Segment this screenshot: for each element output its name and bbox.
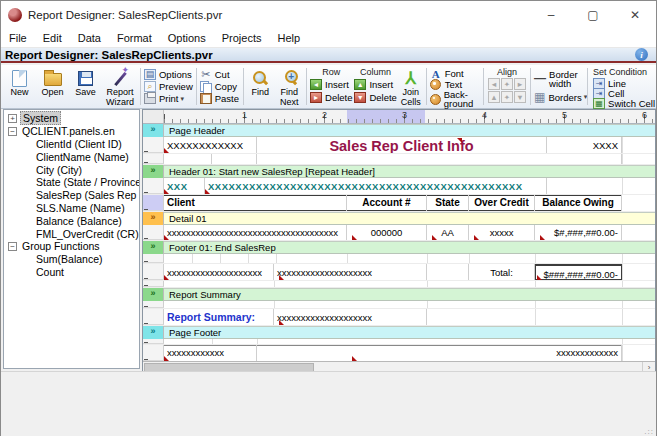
cell-page-header-right[interactable]: XXXX (547, 137, 622, 153)
menu-projects[interactable]: Projects (214, 32, 270, 44)
band-collapse-chevron[interactable]: » (143, 212, 164, 225)
cell-report-summary-label[interactable]: Report Summary: (164, 309, 274, 325)
align-top-icon[interactable]: ▲ (488, 91, 500, 103)
tree-item-system[interactable]: +System (4, 112, 139, 125)
tree-item-sum-balance[interactable]: Sum(Balance) (4, 253, 139, 266)
align-middle-icon[interactable]: ✦ (501, 91, 513, 103)
row-delete-icon: ▸ (310, 92, 322, 103)
tree-item-clientid[interactable]: ClientId (Client ID) (4, 138, 139, 151)
cell-footer-left[interactable]: xxxxxxxxxxxxxxxxxxxx (164, 264, 274, 280)
paste-button[interactable]: Paste (200, 93, 240, 105)
cell-col-balance-owing[interactable]: Balance Owing (535, 195, 622, 211)
tree-item-qclient[interactable]: −QCLIENT.panels.en (4, 125, 139, 138)
condition-marker (474, 235, 479, 240)
new-button[interactable]: New (3, 66, 36, 98)
cell-detail-name[interactable]: xxxxxxxxxxxxxxxxxxxxxxxxxxxxxxxxxxxx (164, 225, 347, 240)
cell-page-footer-right[interactable]: xxxxxxxxxxxxx (535, 345, 622, 361)
band-collapse-chevron[interactable]: » (143, 326, 164, 339)
cell-report-title[interactable]: Sales Rep Client Info (257, 137, 547, 153)
borders-button[interactable]: ▦Borders▾ (534, 91, 584, 104)
tree-item-salesrep[interactable]: SalesRep (Sales Rep Id) (4, 189, 139, 202)
print-button[interactable]: Print▾ (144, 93, 193, 105)
menu-edit[interactable]: Edit (35, 32, 70, 44)
title-bar: Report Designer: SalesRepClients.pvr – ▢… (1, 1, 656, 29)
tree-item-clientname[interactable]: ClientName (Name) (4, 150, 139, 163)
info-icon[interactable]: i (635, 48, 648, 61)
report-wizard-button[interactable]: Report Wizard (102, 66, 138, 107)
expander-minus-icon[interactable]: − (8, 127, 17, 136)
font-button[interactable]: AFont (430, 68, 480, 79)
cell-col-client[interactable]: Client (164, 195, 347, 211)
expander-plus-icon[interactable]: + (8, 114, 17, 123)
band-collapse-chevron[interactable]: » (143, 165, 164, 178)
find-next-button[interactable]: Find Next (274, 66, 304, 107)
cell-group-total[interactable]: $###,###,##0.00- (535, 264, 622, 280)
row-delete-button[interactable]: ▸Delete (310, 91, 352, 104)
find-next-magnifier-icon (281, 70, 297, 86)
menu-options[interactable]: Options (160, 32, 214, 44)
align-center-icon[interactable]: ✦ (501, 78, 513, 90)
condition-cell-button[interactable]: ⇥Cell (593, 88, 655, 98)
align-bottom-icon[interactable]: ▼ (514, 91, 526, 103)
band-report-summary[interactable]: » Report Summary (143, 288, 655, 301)
cell-salesrep-id[interactable]: XXX (164, 178, 205, 194)
options-button[interactable]: ▤Options (144, 68, 193, 80)
cell-detail-balance[interactable]: $#,###,##0.00- (535, 225, 622, 240)
band-collapse-chevron[interactable]: » (143, 241, 164, 254)
background-color-button[interactable]: Back-ground (430, 90, 482, 108)
column-insert-button[interactable]: ▴Insert (354, 78, 396, 91)
tree-item-count[interactable]: Count (4, 266, 139, 279)
menu-data[interactable]: Data (70, 32, 109, 44)
tree-item-city[interactable]: City (City) (4, 163, 139, 176)
preview-button[interactable]: ⌕Preview (144, 80, 193, 92)
tree-item-state[interactable]: State (State / Province) (4, 176, 139, 189)
band-detail01[interactable]: » Detail 01 (143, 212, 655, 225)
band-collapse-chevron[interactable]: » (143, 124, 164, 137)
cell-report-summary-value[interactable]: xxxxxxxxxxxxxxxxxxxx (274, 309, 427, 325)
expander-minus-icon[interactable]: − (8, 242, 17, 251)
tree-item-slsname[interactable]: SLS.Name (Name) (4, 202, 139, 215)
menu-format[interactable]: Format (109, 32, 160, 44)
find-button[interactable]: Find (246, 66, 274, 98)
cell-page-header-left[interactable]: XXXXXXXXXXXX (164, 137, 257, 153)
row-insert-button[interactable]: ◂Insert (310, 78, 352, 91)
copy-button[interactable]: Copy (200, 80, 240, 92)
menu-file[interactable]: File (1, 32, 35, 44)
cell-col-state[interactable]: State (427, 195, 469, 211)
maximize-button[interactable]: ▢ (572, 1, 614, 29)
cut-button[interactable]: ✂Cut (200, 68, 240, 80)
border-width-button[interactable]: —Border width (534, 70, 584, 88)
column-delete-button[interactable]: ▾Delete (354, 91, 396, 104)
condition-line-button[interactable]: ⇥Line (593, 78, 655, 88)
column-group-label: Column (360, 67, 391, 77)
band-header01[interactable]: » Header 01: Start new SalesRep [Repeat … (143, 165, 655, 178)
band-page-header[interactable]: » Page Header (143, 124, 655, 137)
tree-item-fml-overcredit[interactable]: FML_OverCredit (CR) (4, 227, 139, 240)
switch-cell-button[interactable]: ▦Switch Cell (593, 98, 655, 108)
align-left-icon[interactable]: ◄ (488, 78, 500, 90)
cell-total-label[interactable]: Total: (469, 264, 535, 280)
designer-canvas: 1 2 3 4 5 6 » Page Header XXXXXXXXXXXX S… (142, 109, 656, 371)
open-button[interactable]: Open (36, 66, 69, 98)
close-button[interactable]: ✕ (614, 1, 656, 29)
align-right-icon[interactable]: ► (514, 78, 526, 90)
ruler-corner (143, 110, 164, 123)
resize-grip[interactable]: .:: (644, 427, 654, 436)
save-floppy-icon (78, 71, 93, 86)
cell-col-over-credit[interactable]: Over Credit (469, 195, 535, 211)
band-collapse-chevron[interactable]: » (143, 288, 164, 301)
cell-col-account[interactable]: Account # (347, 195, 427, 211)
menu-help[interactable]: Help (269, 32, 308, 44)
cell-footer-mid[interactable]: xxxxxxxxxxxxxxxxxxxx (274, 264, 427, 280)
border-width-icon: — (534, 73, 546, 84)
band-page-footer[interactable]: » Page Footer (143, 326, 655, 339)
minimize-button[interactable]: – (530, 1, 572, 29)
tree-item-balance[interactable]: Balance (Balance) (4, 214, 139, 227)
cell-page-footer-left[interactable]: xxxxxxxxxxxx (164, 345, 257, 361)
tree-item-group-functions[interactable]: −Group Functions (4, 240, 139, 253)
join-cells-button[interactable]: ⅄Join Cells (398, 66, 424, 107)
band-footer01[interactable]: » Footer 01: End SalesRep (143, 241, 655, 254)
save-button[interactable]: Save (69, 66, 102, 98)
cell-detail-account[interactable]: 000000 (347, 225, 427, 240)
cell-salesrep-name[interactable]: XXXXXXXXXXXXXXXXXXXXXXXXXXXXXXXXXXXXXXXX… (205, 178, 547, 194)
